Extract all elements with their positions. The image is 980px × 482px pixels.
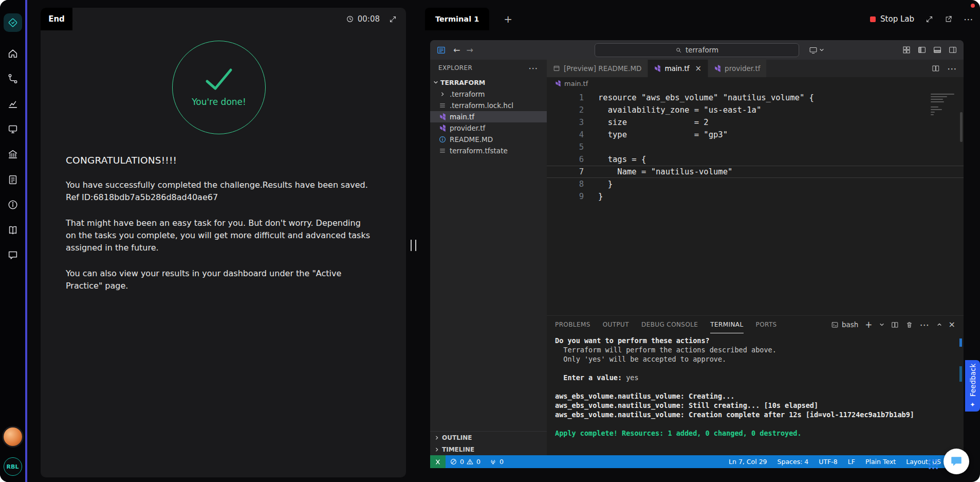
menu-icon[interactable] bbox=[436, 45, 446, 55]
remote-indicator[interactable] bbox=[430, 455, 446, 468]
root-folder-name: TERRAFORM bbox=[440, 79, 485, 86]
more-actions-icon[interactable]: ⋯ bbox=[947, 64, 957, 74]
fullscreen-icon[interactable] bbox=[926, 15, 933, 23]
expand-panel-icon[interactable] bbox=[389, 15, 397, 23]
tab-provider-tf[interactable]: provider.tf bbox=[708, 60, 767, 77]
explorer-more-icon[interactable]: ⋯ bbox=[528, 63, 539, 73]
problems-status[interactable]: 0 0 bbox=[446, 455, 485, 468]
tab-end[interactable]: End bbox=[41, 8, 72, 30]
remote-window-icon[interactable] bbox=[809, 46, 824, 55]
new-terminal-icon[interactable]: + bbox=[865, 320, 872, 329]
keyboard-layout[interactable]: Layout: US bbox=[901, 458, 946, 466]
split-editor-icon[interactable] bbox=[932, 64, 940, 73]
status-right: Ln 7, Col 29 Spaces: 4 UTF-8 LF Plain Te… bbox=[724, 458, 946, 466]
search-text: terraform bbox=[686, 46, 718, 54]
terraform-file-icon bbox=[654, 64, 661, 73]
file-row-provider-tf[interactable]: provider.tf bbox=[430, 122, 547, 134]
toggle-panel-icon[interactable] bbox=[933, 45, 942, 55]
terminal-line: Enter a value: yes bbox=[555, 373, 964, 382]
chevron-down-icon[interactable] bbox=[879, 322, 884, 327]
editor-scrollbar[interactable] bbox=[960, 112, 963, 142]
terraform-file-icon bbox=[438, 124, 447, 132]
encoding[interactable]: UTF-8 bbox=[813, 458, 842, 466]
result-paragraph: That might have been an easy task for yo… bbox=[66, 217, 372, 254]
chat-widget-button[interactable] bbox=[944, 449, 969, 474]
terminal-prompt: bob@iac-server~/terraformvia◆default➔ bbox=[555, 447, 964, 455]
file-row-main-tf[interactable]: main.tf bbox=[430, 111, 547, 122]
add-terminal-tab-icon[interactable]: + bbox=[504, 14, 512, 24]
explorer-root-folder[interactable]: TERRAFORM bbox=[430, 76, 547, 88]
file-row-readme[interactable]: README.MD bbox=[430, 134, 547, 145]
timeline-section[interactable]: TIMELINE bbox=[430, 443, 547, 455]
minimap[interactable] bbox=[931, 94, 955, 117]
avatar[interactable] bbox=[4, 427, 22, 446]
info-icon[interactable] bbox=[7, 199, 19, 211]
ports-status[interactable]: 0 bbox=[485, 455, 508, 468]
tab-debug-console[interactable]: DEBUG CONSOLE bbox=[641, 316, 698, 333]
file-row-tfstate[interactable]: terraform.tfstate bbox=[430, 145, 547, 156]
vscode-titlebar: ← → terraform bbox=[430, 40, 964, 60]
back-icon[interactable]: ← bbox=[453, 45, 460, 55]
panel-more-icon[interactable]: ⋯ bbox=[920, 320, 930, 330]
eol[interactable]: LF bbox=[843, 458, 860, 466]
code-line: 9} bbox=[547, 190, 964, 203]
result-panel-header: End 00:08 bbox=[41, 8, 406, 30]
close-panel-icon[interactable]: × bbox=[949, 320, 955, 329]
toggle-secondary-sidebar-icon[interactable] bbox=[948, 45, 957, 55]
more-options-icon[interactable]: ⋯ bbox=[964, 14, 974, 24]
kill-terminal-icon[interactable] bbox=[905, 321, 913, 329]
terminal-scrollbar-mark bbox=[959, 366, 962, 382]
command-center-search[interactable]: terraform bbox=[595, 43, 799, 57]
brand-badge[interactable]: RBL bbox=[4, 457, 22, 476]
outline-section[interactable]: OUTLINE bbox=[430, 432, 547, 443]
result-content: You're done! CONGRATULATIONS!!!! You hav… bbox=[41, 30, 406, 292]
chevron-right-icon bbox=[438, 90, 447, 98]
forward-icon[interactable]: → bbox=[466, 45, 473, 55]
notification-dot bbox=[971, 4, 975, 8]
close-tab-icon[interactable]: × bbox=[695, 65, 702, 73]
cursor-position[interactable]: Ln 7, Col 29 bbox=[724, 458, 772, 466]
tab-readme-preview[interactable]: [Preview] README.MD bbox=[547, 60, 648, 77]
tab-ports[interactable]: PORTS bbox=[756, 316, 777, 333]
support-chat-icon[interactable] bbox=[7, 249, 19, 261]
breadcrumb[interactable]: main.tf bbox=[547, 77, 964, 90]
editor-actions: ⋯ bbox=[932, 60, 964, 77]
file-row-lock-hcl[interactable]: .terraform.lock.hcl bbox=[430, 100, 547, 111]
split-terminal-icon[interactable] bbox=[891, 321, 899, 329]
tab-terminal[interactable]: TERMINAL bbox=[710, 316, 743, 333]
tab-main-tf[interactable]: main.tf × bbox=[648, 60, 708, 77]
clock-icon bbox=[346, 15, 354, 23]
terminal-line: aws_ebs_volume.nautilus_volume: Creating… bbox=[555, 391, 964, 401]
organization-icon[interactable] bbox=[7, 148, 19, 160]
code-editor[interactable]: 1resource "aws_ebs_volume" "nautilus_vol… bbox=[547, 90, 964, 315]
toggle-sidebar-icon[interactable] bbox=[917, 45, 927, 55]
language-mode[interactable]: Plain Text bbox=[860, 458, 901, 466]
panel-tabs: PROBLEMS OUTPUT DEBUG CONSOLE TERMINAL P… bbox=[547, 316, 964, 333]
file-name: .terraform bbox=[450, 90, 485, 98]
docs-icon[interactable] bbox=[7, 224, 19, 236]
sidebar-bottom: RBL bbox=[4, 427, 22, 476]
stop-lab-button[interactable]: Stop Lab bbox=[870, 14, 914, 24]
chevron-up-icon[interactable] bbox=[937, 322, 942, 327]
editor-column: [Preview] README.MD main.tf × provider.t… bbox=[547, 60, 964, 455]
tab-terminal-1[interactable]: Terminal 1 bbox=[425, 8, 489, 30]
learning-path-icon[interactable] bbox=[7, 73, 19, 85]
ports-count: 0 bbox=[500, 458, 504, 466]
ports-icon bbox=[490, 458, 496, 465]
terminal-output[interactable]: Do you want to perform these actions? Te… bbox=[547, 333, 964, 455]
customize-layout-icon[interactable] bbox=[902, 45, 911, 55]
tab-output[interactable]: OUTPUT bbox=[603, 316, 629, 333]
tab-problems[interactable]: PROBLEMS bbox=[555, 316, 590, 333]
code-line: 4 type = "gp3" bbox=[547, 129, 964, 141]
open-external-icon[interactable] bbox=[945, 15, 952, 23]
progress-icon[interactable] bbox=[7, 98, 19, 110]
home-icon[interactable] bbox=[7, 47, 19, 60]
assessment-icon[interactable] bbox=[7, 173, 19, 186]
brand-logo-icon[interactable] bbox=[4, 13, 22, 32]
indentation[interactable]: Spaces: 4 bbox=[772, 458, 814, 466]
labs-icon[interactable] bbox=[7, 123, 19, 135]
file-row-terraform-dir[interactable]: .terraform bbox=[430, 88, 547, 100]
feedback-button[interactable]: ✦ Feedback bbox=[965, 360, 980, 412]
panel-resize-handle[interactable] bbox=[411, 240, 416, 251]
shell-selector[interactable]: bash bbox=[831, 320, 858, 329]
